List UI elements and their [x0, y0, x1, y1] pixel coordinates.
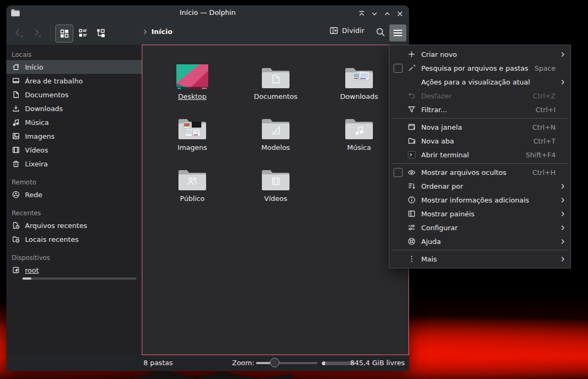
menu-item-nova-aba[interactable]: Nova abaCtrl+T — [389, 134, 570, 148]
sidebar-item-arquivos-recentes[interactable]: Arquivos recentes — [6, 218, 142, 232]
sidebar-item-videos[interactable]: Vídeos — [6, 143, 142, 157]
item-count: 8 pastas — [143, 359, 173, 367]
folder-item-publico[interactable]: Público — [155, 154, 229, 203]
keep-above-button[interactable] — [357, 9, 367, 19]
menu-item-label: Desfazer — [420, 92, 533, 100]
sidebar-item-rede[interactable]: Rede — [6, 188, 142, 201]
sidebar-item-label: Início — [25, 63, 43, 71]
menu-separator — [392, 250, 568, 250]
videos-folder-icon — [260, 165, 291, 192]
device-usage-bar — [22, 277, 137, 280]
menu-item-shortcut: Ctrl+H — [532, 169, 556, 176]
free-space-label: 845,4 GiB livres — [350, 359, 405, 367]
menu-item-label: Configurar — [420, 224, 558, 232]
view-mode-tree-button[interactable] — [92, 24, 109, 41]
menu-item-mostrar-arquivos-ocultos[interactable]: Mostrar arquivos ocultosCtrl+H — [389, 165, 570, 179]
close-button[interactable] — [395, 9, 405, 19]
sidebar-item-musica[interactable]: Música — [6, 115, 142, 129]
menu-checkbox-column — [394, 64, 407, 73]
minimize-button[interactable] — [370, 9, 379, 19]
menu-item-nova-janela[interactable]: Nova janelaCtrl+N — [389, 120, 570, 134]
statusbar: 8 pastas Zoom: 845,4 GiB livres — [6, 355, 409, 371]
places-panel: LocaisInícioÁrea de trabalhoDocumentosDo… — [6, 45, 142, 355]
menu-item-shortcut: Shift+F4 — [526, 151, 556, 159]
view-mode-details-button[interactable] — [74, 24, 91, 41]
templates-folder-icon — [260, 114, 291, 141]
folder-item-videos[interactable]: Vídeos — [238, 154, 313, 203]
hamburger-menu-button[interactable] — [389, 24, 406, 41]
recent-folder-icon — [12, 235, 20, 243]
menu-item-label: Filtrar... — [420, 106, 535, 114]
menu-item-filtrar[interactable]: Filtrar...Ctrl+I — [389, 103, 570, 116]
menu-item-mostrar-paineis[interactable]: Mostrar painéis — [389, 207, 570, 221]
menu-item-pesquisa-por-arquivos-e-pastas[interactable]: Pesquisa por arquivos e pastasSpace — [389, 61, 570, 75]
maximize-button[interactable] — [382, 9, 392, 19]
folder-item-documentos[interactable]: Documentos — [238, 52, 313, 100]
menu-item-mais[interactable]: Mais — [389, 252, 570, 266]
menu-item-shortcut: Ctrl+Z — [533, 92, 556, 100]
split-view-button[interactable]: Dividir — [329, 26, 364, 35]
menu-item-configurar[interactable]: Configurar — [389, 221, 570, 234]
menu-item-label: Mais — [420, 255, 558, 263]
menu-item-abrir-terminal[interactable]: Abrir terminalShift+F4 — [389, 148, 570, 162]
menu-item-shortcut: Space — [534, 64, 556, 72]
menu-item-label: Nova janela — [420, 123, 532, 131]
sidebar-item-documentos[interactable]: Documentos — [6, 88, 142, 102]
sidebar-item-inicio[interactable]: Início — [6, 60, 142, 74]
sidebar-item-locais-recentes[interactable]: Locais recentes — [6, 232, 142, 246]
folder-item-imagens[interactable]: Imagens — [155, 103, 229, 151]
back-button[interactable] — [11, 26, 27, 40]
hamburger-icon — [393, 29, 403, 37]
search-button[interactable] — [376, 27, 386, 37]
keep-above-icon — [357, 10, 366, 18]
hard-drive-icon — [12, 266, 20, 274]
sidebar-item-area-de-trabalho[interactable]: Área de trabalho — [6, 74, 142, 88]
folder-item-downloads[interactable]: Downloads — [322, 52, 396, 100]
split-view-label: Dividir — [342, 27, 364, 35]
breadcrumb-location[interactable]: Início — [151, 28, 173, 36]
view-mode-icons-button[interactable] — [55, 24, 73, 43]
folder-view[interactable]: DesktopDocumentosDownloadsImagensModelos… — [142, 45, 409, 355]
menu-item-ajuda[interactable]: Ajuda — [389, 234, 570, 248]
menu-item-label: Ordenar por — [420, 182, 558, 190]
menu-item-label: Criar novo — [420, 50, 558, 58]
checkbox-unchecked[interactable] — [394, 64, 403, 73]
checkbox-unchecked[interactable] — [394, 168, 403, 177]
menu-item-criar-novo[interactable]: Criar novo — [389, 47, 570, 61]
sidebar-item-label: Locais recentes — [25, 235, 79, 243]
forward-button[interactable] — [29, 26, 45, 40]
menu-item-acoes-para-a-visualizacao-atual[interactable]: Ações para a visualização atual — [389, 75, 570, 89]
sidebar-item-label: Imagens — [25, 132, 55, 140]
recent-file-icon — [12, 221, 20, 230]
documents-folder-icon — [260, 63, 291, 90]
zoom-label: Zoom: — [232, 359, 254, 367]
menu-item-mostrar-informacoes-adicionais[interactable]: Mostrar informações adicionais — [389, 193, 570, 207]
menu-item-ordenar-por[interactable]: Ordenar por — [389, 179, 570, 193]
desktop-background: Início — Dolphin Início — [0, 0, 588, 379]
zoom-slider-handle[interactable] — [270, 358, 279, 367]
sidebar-item-root[interactable]: root — [6, 263, 142, 277]
image-icon — [12, 132, 20, 140]
wand-icon — [407, 64, 420, 72]
sort-icon — [407, 182, 420, 190]
folder-item-label: Vídeos — [264, 195, 287, 203]
desktop-wallpaper-icon — [176, 63, 208, 90]
folder-item-musica[interactable]: Música — [322, 103, 396, 151]
folder-item-desktop[interactable]: Desktop — [155, 52, 229, 100]
disk-capacity-fill — [322, 361, 325, 365]
folder-item-modelos[interactable]: Modelos — [238, 103, 313, 151]
filter-icon — [407, 105, 420, 114]
submenu-chevron-icon — [558, 256, 566, 263]
sidebar-item-imagens[interactable]: Imagens — [6, 129, 142, 143]
zoom-slider[interactable] — [256, 362, 318, 364]
menu-item-label: Abrir terminal — [420, 151, 526, 159]
titlebar[interactable]: Início — Dolphin — [6, 5, 409, 21]
sidebar-item-lixeira[interactable]: Lixeira — [6, 157, 142, 171]
maximize-icon — [383, 10, 391, 18]
menu-item-label: Mostrar painéis — [420, 210, 558, 218]
breadcrumb[interactable]: Início — [142, 28, 173, 36]
sidebar-item-downloads[interactable]: Downloads — [6, 102, 142, 115]
toolbar: Início Dividir — [6, 21, 409, 45]
public-folder-icon — [177, 165, 208, 192]
menu-item-desfazer: DesfazerCtrl+Z — [389, 89, 570, 103]
